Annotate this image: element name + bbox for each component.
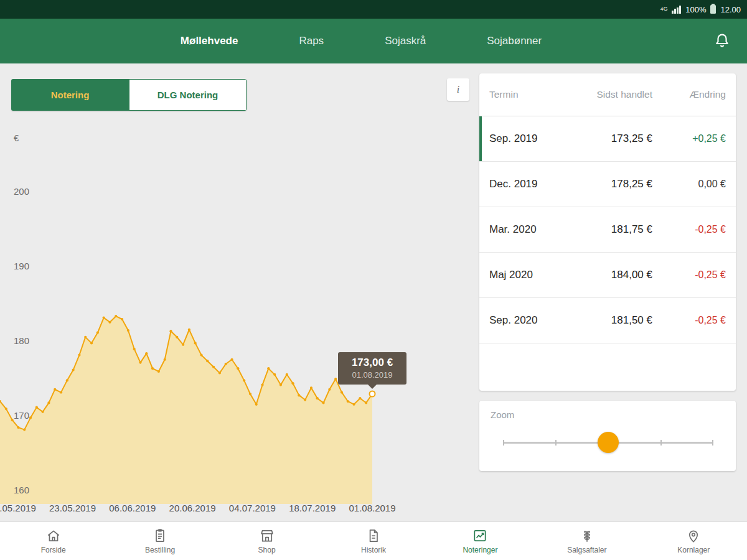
document-icon: [365, 528, 382, 544]
termin-cell: Sep. 2020: [489, 314, 559, 327]
bottomnav-noteringer[interactable]: Noteringer: [427, 522, 533, 560]
bottomnav-label: Salgsaftaler: [567, 546, 606, 554]
tab-sojabonner[interactable]: Sojabønner: [487, 35, 542, 47]
top-nav: Møllehvede Raps Sojaskrå Sojabønner: [0, 19, 747, 63]
bottomnav-salgsaftaler[interactable]: Salgsaftaler: [533, 522, 640, 560]
tab-mollehvede[interactable]: Møllehvede: [181, 35, 238, 47]
home-icon: [45, 528, 62, 544]
network-indicator: ⁴ᴳ: [660, 5, 667, 14]
header-aendring: Ændring: [652, 89, 726, 100]
bottomnav-forside[interactable]: Forside: [0, 522, 106, 560]
bottomnav-label: Bestilling: [145, 546, 175, 554]
area-chart-canvas: [0, 63, 483, 521]
bottomnav-label: Shop: [258, 546, 276, 554]
change-cell: 0,00 €: [652, 179, 726, 190]
bottomnav-shop[interactable]: Shop: [214, 522, 320, 560]
tab-sojaskra[interactable]: Sojaskrå: [385, 35, 426, 47]
wheat-icon: [579, 528, 595, 544]
table-row[interactable]: Dec. 2019 178,25 € 0,00 €: [479, 162, 736, 207]
slider-tick: [712, 440, 713, 446]
bottomnav-historik[interactable]: Historik: [320, 522, 426, 560]
bottomnav-label: Noteringer: [463, 546, 497, 554]
bottom-nav: Forside Bestilling Shop Historik: [0, 521, 747, 560]
zoom-slider-thumb[interactable]: [598, 432, 619, 453]
table-row[interactable]: Maj 2020 184,00 € -0,25 €: [479, 253, 736, 298]
app-root: ⁴ᴳ 100% 12.00 Møllehvede Raps Sojaskrå S…: [0, 0, 747, 560]
notification-bell-icon[interactable]: [712, 31, 732, 51]
commodity-tabs: Møllehvede Raps Sojaskrå Sojabønner: [181, 35, 542, 47]
chart-tooltip: 173,00 € 01.08.2019: [338, 352, 406, 385]
price-cell: 181,75 €: [559, 223, 652, 236]
clipboard-icon: [152, 528, 168, 544]
status-bar: ⁴ᴳ 100% 12.00: [0, 0, 747, 19]
bottomnav-label: Historik: [361, 546, 386, 554]
bottomnav-bestilling[interactable]: Bestilling: [106, 522, 213, 560]
slider-tick: [503, 440, 504, 446]
change-cell: +0,25 €: [652, 133, 726, 144]
table-row[interactable]: Mar. 2020 181,75 € -0,25 €: [479, 207, 736, 253]
quotes-header-row: Termin Sidst handlet Ændring: [479, 73, 736, 116]
table-row[interactable]: Sep. 2019 173,25 € +0,25 €: [479, 116, 736, 162]
line-chart-icon: [472, 528, 488, 544]
signal-strength-icon: [672, 6, 681, 14]
slider-tick: [555, 440, 557, 446]
storefront-icon: [259, 528, 275, 544]
bottomnav-kornlager[interactable]: Kornlager: [641, 522, 747, 560]
tooltip-date: 01.08.2019: [342, 370, 403, 380]
bottomnav-label: Forside: [41, 546, 66, 554]
tab-raps[interactable]: Raps: [299, 35, 324, 47]
termin-cell: Dec. 2019: [489, 178, 559, 190]
quotes-panel: Termin Sidst handlet Ændring Sep. 2019 1…: [479, 73, 736, 391]
map-pin-icon: [685, 528, 702, 544]
battery-icon: [710, 5, 716, 14]
bottomnav-label: Kornlager: [677, 546, 710, 554]
price-chart[interactable]: €200190180170160 09.05.201923.05.201906.…: [0, 63, 483, 521]
termin-cell: Maj 2020: [489, 269, 559, 281]
termin-cell: Sep. 2019: [489, 133, 559, 145]
table-row[interactable]: Sep. 2020 181,50 € -0,25 €: [479, 298, 736, 343]
price-cell: 181,50 €: [559, 314, 652, 327]
price-cell: 178,25 €: [559, 178, 652, 190]
battery-percent: 100%: [685, 5, 706, 14]
price-cell: 173,25 €: [559, 133, 652, 145]
termin-cell: Mar. 2020: [489, 223, 559, 236]
price-cell: 184,00 €: [559, 269, 652, 281]
change-cell: -0,25 €: [652, 224, 726, 235]
zoom-card: Zoom: [479, 401, 736, 471]
change-cell: -0,25 €: [652, 315, 726, 326]
clock: 12.00: [720, 5, 741, 14]
zoom-label: Zoom: [491, 409, 514, 420]
header-sidst-handlet: Sidst handlet: [559, 89, 652, 100]
header-termin: Termin: [489, 89, 559, 100]
slider-tick: [660, 440, 662, 446]
change-cell: -0,25 €: [652, 269, 726, 281]
tooltip-value: 173,00 €: [342, 357, 403, 369]
